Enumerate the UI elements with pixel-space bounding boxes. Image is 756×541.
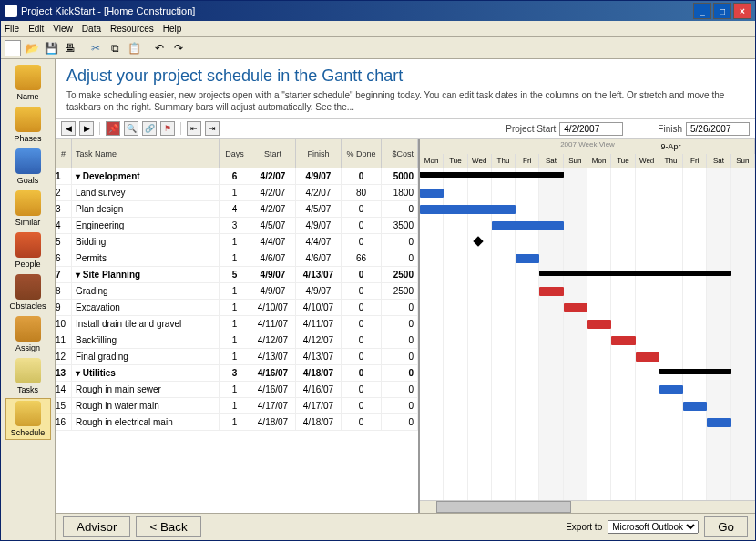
day-header: Sun	[564, 154, 587, 168]
col-task[interactable]: Task Name	[72, 139, 220, 168]
paste-icon[interactable]: 📋	[126, 40, 142, 56]
print-icon[interactable]: 🖶	[62, 40, 78, 56]
gantt-next-icon[interactable]: ▶	[79, 121, 94, 136]
new-icon[interactable]: □	[5, 40, 21, 56]
day-header: Thu	[492, 154, 516, 168]
horizontal-scrollbar[interactable]	[420, 500, 755, 513]
table-row[interactable]: 1▾ Development64/2/074/9/0705000	[56, 168, 418, 185]
gantt-bar[interactable]	[564, 303, 587, 312]
table-row[interactable]: 15Rough in water main14/17/074/17/0700	[56, 398, 418, 414]
gantt-bar[interactable]	[539, 270, 730, 276]
table-row[interactable]: 14Rough in main sewer14/16/074/16/0700	[56, 382, 418, 398]
col-finish[interactable]: Finish	[296, 139, 342, 168]
gantt-chart: # Task Name Days Start Finish % Done $Co…	[56, 138, 755, 513]
day-header: Tue	[444, 154, 467, 168]
gantt-bar[interactable]	[492, 221, 564, 230]
phases-icon	[15, 107, 41, 132]
table-row[interactable]: 4Engineering34/5/074/9/0703500	[56, 218, 418, 234]
menu-view[interactable]: View	[53, 24, 73, 34]
name-icon	[15, 65, 41, 90]
table-row[interactable]: 16Rough in electrical main14/18/074/18/0…	[56, 414, 418, 431]
maximize-button[interactable]: □	[713, 3, 731, 19]
menu-help[interactable]: Help	[163, 24, 182, 34]
table-row[interactable]: 9Excavation14/10/074/10/0700	[56, 300, 418, 316]
gantt-outdent-icon[interactable]: ⇤	[187, 121, 201, 136]
gantt-bar[interactable]	[420, 205, 516, 214]
gantt-prev-icon[interactable]: ◀	[61, 121, 76, 136]
menu-file[interactable]: File	[5, 24, 19, 34]
undo-icon[interactable]: ↶	[151, 40, 168, 56]
table-row[interactable]: 3Plan design44/2/074/5/0700	[56, 201, 418, 218]
col-start[interactable]: Start	[250, 139, 296, 168]
people-icon	[15, 232, 41, 258]
save-icon[interactable]: 💾	[43, 40, 59, 56]
gantt-indent-icon[interactable]: ⇥	[205, 121, 220, 136]
col-id[interactable]: #	[56, 139, 72, 168]
grid-header: # Task Name Days Start Finish % Done $Co…	[56, 139, 418, 168]
table-row[interactable]: 2Land survey14/2/074/2/07801800	[56, 185, 418, 201]
day-header: Mon	[587, 154, 611, 168]
col-done[interactable]: % Done	[342, 139, 382, 168]
col-cost[interactable]: $Cost	[382, 139, 418, 168]
close-button[interactable]: ×	[733, 3, 751, 19]
gantt-bar[interactable]	[516, 254, 539, 263]
gantt-bar[interactable]	[659, 369, 731, 374]
gantt-tool-icon[interactable]: 📌	[106, 121, 120, 136]
content-pane: Adjust your project schedule in the Gant…	[56, 59, 755, 540]
sidebar-item-schedule[interactable]: Schedule	[5, 398, 51, 440]
schedule-icon	[15, 401, 41, 426]
assign-icon	[15, 316, 41, 342]
gantt-bar[interactable]	[539, 287, 563, 296]
minimize-button[interactable]: _	[693, 3, 711, 19]
gantt-flag-icon[interactable]: ⚑	[160, 121, 175, 136]
app-logo-icon	[5, 5, 17, 17]
day-header: Wed	[636, 154, 659, 168]
gantt-toolbar: ◀ ▶ 📌 🔍 🔗 ⚑ ⇤ ⇥ Project Start Finish	[56, 118, 755, 138]
sidebar-item-similar[interactable]: Similar	[5, 189, 51, 229]
col-days[interactable]: Days	[220, 139, 250, 168]
table-row[interactable]: 5Bidding14/4/074/4/0700	[56, 234, 418, 250]
copy-icon[interactable]: ⧉	[107, 40, 123, 56]
open-icon[interactable]: 📂	[24, 40, 40, 56]
gantt-bar[interactable]	[611, 336, 635, 345]
project-start-input[interactable]	[559, 122, 623, 136]
table-row[interactable]: 11Backfilling14/12/074/12/0700	[56, 332, 418, 349]
sidebar-item-people[interactable]: People	[5, 230, 51, 270]
table-row[interactable]: 13▾ Utilities34/16/074/18/0700	[56, 365, 418, 382]
table-row[interactable]: 7▾ Site Planning54/9/074/13/0702500	[56, 267, 418, 283]
sidebar-item-phases[interactable]: Phases	[5, 105, 51, 145]
cut-icon[interactable]: ✂	[87, 40, 104, 56]
gantt-zoom-icon[interactable]: 🔍	[124, 121, 138, 136]
gantt-bar[interactable]	[420, 172, 564, 178]
export-select[interactable]: Microsoft Outlook	[608, 520, 699, 534]
timeline-body[interactable]	[420, 168, 755, 500]
menu-resources[interactable]: Resources	[110, 24, 154, 34]
gantt-bar[interactable]	[707, 418, 730, 427]
gantt-bar[interactable]	[587, 320, 611, 329]
sidebar-item-tasks[interactable]: Tasks	[5, 356, 51, 396]
project-finish-label: Finish	[658, 124, 682, 134]
sidebar-item-goals[interactable]: Goals	[5, 147, 51, 187]
menu-data[interactable]: Data	[82, 24, 101, 34]
table-row[interactable]: 10Install drain tile and gravel14/11/074…	[56, 316, 418, 332]
sidebar-item-assign[interactable]: Assign	[5, 314, 51, 354]
gantt-link-icon[interactable]: 🔗	[142, 121, 157, 136]
menu-edit[interactable]: Edit	[28, 24, 44, 34]
back-button[interactable]: < Back	[136, 516, 200, 537]
redo-icon[interactable]: ↷	[170, 40, 187, 56]
project-finish-input[interactable]	[686, 122, 750, 136]
table-row[interactable]: 12Final grading14/13/074/13/0700	[56, 349, 418, 365]
gantt-bar[interactable]	[659, 385, 683, 394]
sidebar-item-obstacles[interactable]: Obstacles	[5, 272, 51, 312]
sidebar-item-name[interactable]: Name	[5, 63, 51, 103]
table-row[interactable]: 8Grading14/9/074/9/0702500	[56, 283, 418, 300]
day-header: Thu	[659, 154, 683, 168]
advisor-button[interactable]: Advisor	[63, 516, 130, 537]
table-row[interactable]: 6Permits14/6/074/6/07660	[56, 250, 418, 267]
gantt-bar[interactable]	[636, 352, 659, 362]
grid-body[interactable]: 1▾ Development64/2/074/9/07050002Land su…	[56, 168, 418, 513]
page-title: Adjust your project schedule in the Gant…	[56, 59, 755, 89]
gantt-bar[interactable]	[420, 189, 444, 198]
gantt-bar[interactable]	[683, 402, 707, 411]
go-button[interactable]: Go	[704, 516, 748, 537]
